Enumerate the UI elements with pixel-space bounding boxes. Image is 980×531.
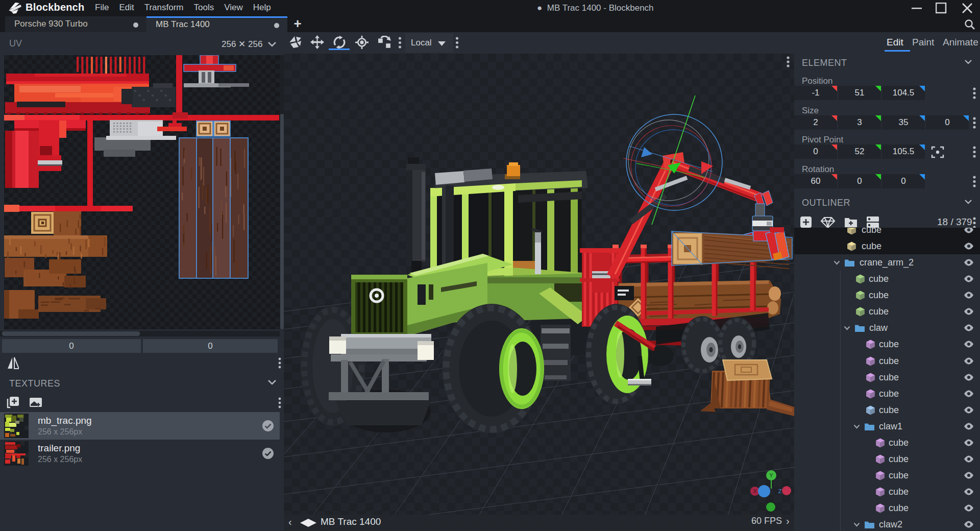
svg-text:Z: Z	[778, 488, 782, 494]
svg-text:Y: Y	[769, 472, 773, 478]
svg-text:X: X	[753, 489, 757, 494]
